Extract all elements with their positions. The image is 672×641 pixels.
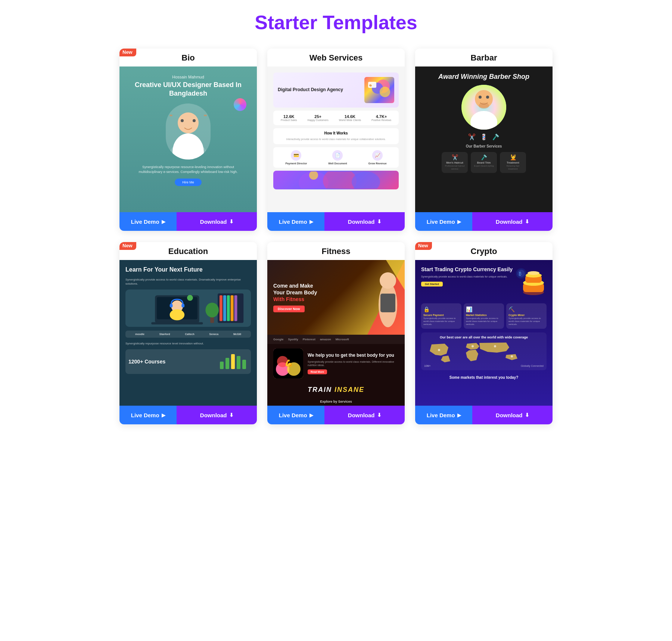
svg-rect-25	[151, 322, 203, 325]
svg-rect-28	[170, 304, 173, 307]
arrow-icon-crypto: ▶	[457, 412, 461, 418]
svg-rect-43	[242, 360, 246, 369]
bio-description: Synergistically repurpose resource-level…	[127, 165, 249, 175]
download-button-crypto[interactable]: Download ⬇	[472, 406, 553, 424]
ws-bottom-art	[273, 171, 399, 189]
download-label-bio: Download	[200, 219, 227, 225]
new-badge-bio: New	[119, 49, 136, 56]
arrow-icon-bio: ▶	[162, 219, 165, 224]
svg-rect-35	[231, 295, 234, 321]
svg-point-3	[181, 119, 184, 122]
live-demo-button-crypto[interactable]: Live Demo ▶	[415, 406, 472, 424]
ws-feat-2: 📄 Well Document	[328, 150, 347, 165]
svg-rect-6	[204, 115, 207, 116]
live-demo-button-fitness[interactable]: Live Demo ▶	[267, 406, 324, 424]
svg-point-30	[187, 295, 193, 301]
svg-rect-33	[223, 295, 226, 321]
ws-hero-text: Digital Product Design Agency	[278, 87, 364, 93]
svg-point-60	[528, 271, 539, 275]
card-preview-fitness: Come and MakeYour Dream BodyWith Fitness…	[267, 260, 405, 406]
download-button-fitness[interactable]: Download ⬇	[324, 406, 405, 424]
svg-point-38	[205, 303, 219, 318]
fitness-explore-label: Explore by Services	[267, 397, 405, 406]
svg-rect-39	[220, 362, 224, 369]
card-preview-barbar: Award Winning Barber Shop	[415, 66, 553, 212]
card-footer-barbar: Live Demo ▶ Download ⬇	[415, 212, 553, 231]
templates-grid: New Bio Hossain Mahmud Creative UI/UX De…	[119, 49, 553, 424]
svg-point-21	[479, 103, 489, 109]
fitness-brands: Google Spotify Pinterest amazon Microsof…	[267, 335, 405, 344]
ws-stat-4: 4.7K+ Positive Reviews	[371, 114, 391, 121]
arrow-icon-barbar: ▶	[457, 219, 461, 224]
crypto-feature-1: 🔒 Secure Payment Synergistically provide…	[421, 303, 461, 329]
card-footer-bio: Live Demo ▶ Download ⬇	[119, 212, 257, 231]
card-preview-crypto: Start Trading Crypto Currency Easily Syn…	[415, 260, 553, 406]
crypto-feature-cards: 🔒 Secure Payment Synergistically provide…	[421, 303, 547, 329]
edu-hero-img	[125, 289, 251, 327]
crypto-feature-3: ⛏️ Crypto Miner Synergistically provide …	[506, 303, 547, 329]
svg-point-67	[494, 345, 496, 347]
svg-point-9	[380, 87, 390, 97]
barbar-svc-1: ✂️ Men's Haircut Professional haircut se…	[442, 152, 468, 173]
template-card-crypto: New Crypto Start Trading Crypto Currency…	[415, 242, 553, 424]
barbar-services-title: Our Barber Services	[466, 144, 502, 148]
card-preview-bio: Hossain Mahmud Creative UI/UX Designer B…	[119, 66, 257, 212]
download-button-barbar[interactable]: Download ⬇	[472, 212, 553, 231]
ws-stat-3: 14.6K World Wide Clients	[339, 114, 361, 121]
download-button-bio[interactable]: Download ⬇	[177, 212, 257, 231]
crypto-bottom-text: Some markets that interest you today?	[421, 374, 547, 380]
barbar-services: ✂️ Men's Haircut Professional haircut se…	[442, 152, 526, 173]
new-badge-education: New	[119, 242, 136, 250]
download-icon-crypto: ⬇	[525, 412, 529, 418]
svg-point-13	[323, 171, 357, 189]
svg-point-20	[486, 96, 489, 99]
crypto-coin: ₿	[513, 266, 547, 300]
bio-headline: Creative UI/UX Designer Based In Banglad…	[127, 81, 249, 98]
bio-avatar	[166, 103, 211, 160]
svg-rect-32	[220, 295, 223, 321]
crypto-feature-2: 📊 Market Statistics Synergistically prov…	[464, 303, 504, 329]
live-demo-button-barbar[interactable]: Live Demo ▶	[415, 212, 472, 231]
barbar-headline: Award Winning Barber Shop	[438, 72, 529, 81]
crypto-desc: Synergistically provide access to world-…	[421, 275, 513, 279]
svg-rect-40	[225, 358, 229, 369]
download-icon-education: ⬇	[229, 412, 234, 418]
ws-stat-1: 12.6K Product Sales	[281, 114, 297, 121]
barbar-svc-3: 💆 Treatment Relaxing hair treatment	[500, 152, 526, 173]
svg-rect-41	[231, 354, 235, 369]
edu-footer-text: Synergistically repurpose resource level…	[125, 341, 251, 346]
template-card-bio: New Bio Hossain Mahmud Creative UI/UX De…	[119, 49, 257, 231]
card-footer-crypto: Live Demo ▶ Download ⬇	[415, 406, 553, 424]
bio-person-name: Hossain Mahmud	[172, 75, 204, 79]
live-demo-button-bio[interactable]: Live Demo ▶	[119, 212, 177, 231]
svg-point-14	[352, 171, 380, 189]
page-title: Starter Templates	[119, 11, 553, 34]
arrow-icon-education: ▶	[162, 412, 165, 418]
svg-point-66	[472, 345, 474, 347]
ws-feat-1: 💳 Payment Director	[285, 150, 307, 165]
svg-rect-29	[181, 304, 184, 307]
svg-rect-42	[237, 356, 240, 369]
svg-point-4	[193, 119, 196, 122]
ws-feat-3: 📈 Grow Revenue	[368, 150, 387, 165]
download-button-education[interactable]: Download ⬇	[177, 406, 257, 424]
download-button-webservices[interactable]: Download ⬇	[324, 212, 405, 231]
live-demo-label-bio: Live Demo	[131, 219, 159, 225]
bio-avatar-svg	[166, 103, 211, 160]
fitness-section: 💪 We help you to get the best body for y…	[267, 344, 405, 383]
live-demo-button-webservices[interactable]: Live Demo ▶	[267, 212, 324, 231]
edu-logos: moodle Stanford Caltech Seneca McGill	[125, 331, 251, 338]
ws-hero: Digital Product Design Agency 🎨	[273, 72, 399, 108]
template-card-barbar: Barbar Award Winning Barber Shop	[415, 49, 553, 231]
svg-point-65	[438, 349, 440, 351]
fitness-hero: Come and MakeYour Dream BodyWith Fitness…	[267, 260, 405, 335]
card-footer-education: Live Demo ▶ Download ⬇	[119, 406, 257, 424]
bio-orb	[234, 98, 246, 111]
barbar-svc-2: 🪒 Beard Trim Expert beard styling	[471, 152, 497, 173]
live-demo-button-education[interactable]: Live Demo ▶	[119, 406, 177, 424]
card-header-barbar: Barbar	[415, 49, 553, 66]
download-icon-bio: ⬇	[229, 219, 234, 224]
barbar-icons: ✂️ 💈 🪒	[468, 133, 500, 140]
svg-point-68	[511, 355, 513, 357]
crypto-world-map: Our best user are all over the world wit…	[421, 332, 547, 370]
